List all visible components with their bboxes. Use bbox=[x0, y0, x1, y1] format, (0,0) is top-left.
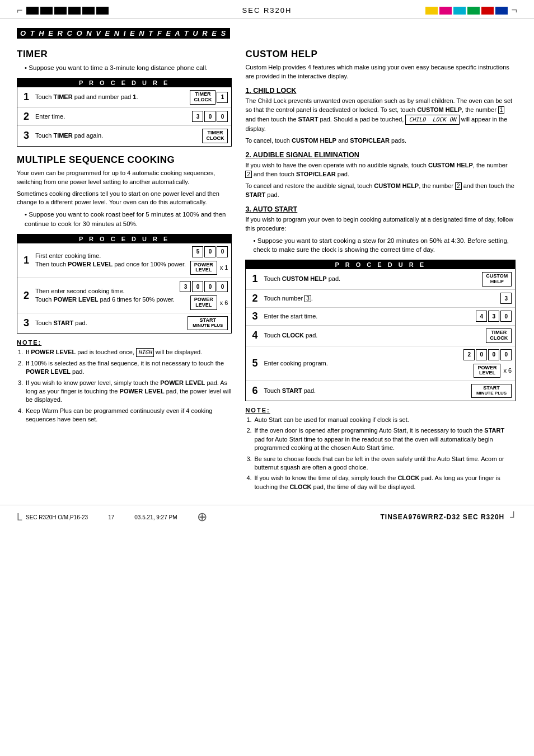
ms-step-1-multiplier: x 1 bbox=[220, 264, 228, 271]
key-0b: 0 bbox=[217, 111, 228, 122]
right-column: CUSTOM HELP Custom Help provides 4 featu… bbox=[245, 49, 516, 494]
as-step-2-desc: Touch number 3. bbox=[264, 294, 497, 303]
audible-section: 2. AUDIBLE SIGNAL ELIMINATION If you wis… bbox=[245, 151, 516, 200]
as-step-5-desc: Enter cooking program. bbox=[264, 359, 460, 368]
corner-mark-bl: L bbox=[17, 511, 22, 523]
key-timer-clock3: TIMER CLOCK bbox=[486, 328, 512, 343]
key-0c: 0 bbox=[204, 246, 216, 257]
bar-green bbox=[467, 7, 480, 15]
header-model-title: SEC R320H bbox=[242, 6, 292, 15]
step-num-2: 2 bbox=[21, 111, 32, 123]
timer-step-3-desc: Touch TIMER pad again. bbox=[35, 132, 199, 140]
bar-black bbox=[26, 7, 39, 15]
footer-model: TINSEA976WRRZ-D32 SEC R320H bbox=[381, 513, 505, 521]
as-step-num-1: 1 bbox=[249, 273, 260, 285]
key-0f: 0 bbox=[204, 281, 216, 292]
footer-right-date: 03.5.21, 9:27 PM bbox=[134, 514, 177, 520]
as-step-num-4: 4 bbox=[249, 330, 260, 341]
child-lock-para1: The Child Lock prevents unwanted oven op… bbox=[245, 97, 516, 134]
key-3b: 3 bbox=[180, 281, 191, 292]
bar-black3 bbox=[54, 7, 67, 15]
heading-block: O T H E R C O N V E N I E N T F E A T U … bbox=[17, 28, 230, 39]
as-step-2: 2 Touch number 3. 3 bbox=[246, 290, 515, 308]
as-step-3-desc: Enter the start time. bbox=[264, 312, 472, 321]
ms-step-2-keys: 3 0 0 0 POWER LEVEL x 6 bbox=[180, 281, 228, 310]
as-step-num-6: 6 bbox=[249, 385, 260, 397]
timer-procedure-box: P R O C E D U R E 1 Touch TIMER pad and … bbox=[17, 78, 232, 147]
child-lock-title: 1. CHILD LOCK bbox=[245, 87, 516, 95]
step-num-1: 1 bbox=[21, 91, 32, 103]
as-step-1-desc: Touch CUSTOM HELP pad. bbox=[264, 275, 479, 283]
note-ms-2: 2. If 100% is selected as the final sequ… bbox=[26, 359, 232, 377]
key-power-level-2: POWER LEVEL bbox=[190, 295, 217, 310]
ms-step-num-3: 3 bbox=[21, 317, 32, 329]
audible-para2: To cancel and restore the audible signal… bbox=[245, 182, 516, 200]
ms-step-num-1: 1 bbox=[21, 255, 32, 266]
as-step-num-3: 3 bbox=[249, 311, 260, 322]
display-high: HIGH bbox=[136, 348, 154, 357]
as-step-2-keys: 3 bbox=[500, 293, 512, 304]
bar-red bbox=[481, 7, 494, 15]
key-3d: 3 bbox=[488, 311, 499, 322]
auto-start-para1: If you wish to program your oven to begi… bbox=[245, 215, 516, 233]
child-lock-para3: To cancel, touch CUSTOM HELP and STOP/CL… bbox=[245, 137, 516, 145]
note-ms-4: 4. Keep Warm Plus can be programmed cont… bbox=[26, 407, 232, 424]
compass-footer: ⊕ bbox=[197, 510, 207, 524]
audible-title: 2. AUDIBLE SIGNAL ELIMINATION bbox=[245, 151, 516, 159]
key-4: 4 bbox=[476, 311, 487, 322]
timer-bullet: Suppose you want to time a 3-minute long… bbox=[25, 63, 232, 72]
timer-step-3: 3 Touch TIMER pad again. TIMER CLOCK bbox=[17, 126, 231, 146]
key-timer-clock: TIMER CLOCK bbox=[190, 90, 216, 105]
multiple-sequence-title: MULTIPLE SEQUENCE COOKING bbox=[17, 154, 232, 166]
timer-step-2-keys: 3 0 0 bbox=[192, 111, 228, 122]
timer-step-1: 1 Touch TIMER pad and number pad 1. TIME… bbox=[17, 87, 231, 108]
key-power-level-3: POWER LEVEL bbox=[474, 364, 500, 378]
multiple-sequence-para2: Sometimes cooking directions tell you to… bbox=[17, 190, 232, 208]
custom-help-section: CUSTOM HELP Custom Help provides 4 featu… bbox=[245, 49, 516, 491]
bar-blue bbox=[495, 7, 508, 15]
page-footer: L SEC R320H O/M,P16-23 17 03.5.21, 9:27 … bbox=[0, 505, 534, 529]
key-power-level-1: POWER LEVEL bbox=[190, 261, 217, 275]
bar-black2 bbox=[40, 7, 53, 15]
section-heading: O T H E R C O N V E N I E N T F E A T U … bbox=[17, 28, 517, 39]
ms-step-2-multiplier: x 6 bbox=[220, 299, 228, 306]
as-step-4-desc: Touch CLOCK pad. bbox=[264, 331, 483, 340]
note-title-ms: NOTE: bbox=[17, 339, 232, 346]
key-timer-clock2: TIMER CLOCK bbox=[202, 129, 228, 143]
as-step-num-2: 2 bbox=[249, 293, 260, 304]
footer-left: SEC R320H O/M,P16-23 bbox=[26, 514, 88, 520]
as-step-4-keys: TIMER CLOCK bbox=[486, 328, 512, 343]
timer-step-2: 2 Enter time. 3 0 0 bbox=[17, 108, 231, 126]
ms-step-3-keys: START MINUTE PLUS bbox=[188, 316, 228, 330]
as-step-5-keys: 2 0 0 0 POWER LEVEL bbox=[463, 349, 512, 378]
timer-step-1-keys: TIMER CLOCK 1 bbox=[190, 90, 228, 105]
auto-start-note: NOTE: 1. Auto Start can be used for manu… bbox=[245, 407, 516, 491]
timer-section: TIMER Suppose you want to time a 3-minut… bbox=[17, 49, 232, 147]
note-ms-1: 1. If POWER LEVEL pad is touched once, H… bbox=[26, 348, 232, 357]
key-3c: 3 bbox=[500, 293, 512, 304]
color-bars-left bbox=[26, 7, 109, 15]
display-child-lock: CHILD LOCK ON bbox=[405, 115, 459, 125]
color-bars-right bbox=[425, 7, 508, 15]
key-1: 1 bbox=[217, 92, 228, 103]
as-step-1-keys: CUSTOM HELP bbox=[482, 272, 512, 287]
two-column-layout: TIMER Suppose you want to time a 3-minut… bbox=[17, 49, 517, 494]
as-step-1: 1 Touch CUSTOM HELP pad. CUSTOM HELP bbox=[246, 269, 515, 290]
note-as-2: 2. If the oven door is opened after prog… bbox=[254, 426, 516, 452]
multiple-sequence-procedure-header: P R O C E D U R E bbox=[17, 234, 231, 243]
ms-step-1: 1 First enter cooking time.Then touch PO… bbox=[17, 243, 231, 279]
auto-start-section: 3. AUTO START If you wish to program you… bbox=[245, 205, 516, 491]
multiple-sequence-bullet: Suppose you want to cook roast beef for … bbox=[25, 210, 232, 228]
multiple-sequence-note: NOTE: 1. If POWER LEVEL pad is touched o… bbox=[17, 339, 232, 424]
key-2: 2 bbox=[463, 349, 475, 360]
ms-step-2-desc: Then enter second cooking time.Touch POW… bbox=[35, 287, 176, 304]
auto-start-procedure-box: P R O C E D U R E 1 Touch CUSTOM HELP pa… bbox=[245, 260, 516, 401]
bar-yellow bbox=[425, 7, 438, 15]
auto-start-title: 3. AUTO START bbox=[245, 205, 516, 213]
key-0d: 0 bbox=[217, 246, 228, 257]
multiple-sequence-para1: Your oven can be programmed for up to 4 … bbox=[17, 169, 232, 187]
corner-mark-tl: ⌐ bbox=[17, 4, 23, 16]
timer-title: TIMER bbox=[17, 49, 232, 60]
key-3: 3 bbox=[192, 111, 203, 122]
key-0a: 0 bbox=[204, 111, 216, 122]
